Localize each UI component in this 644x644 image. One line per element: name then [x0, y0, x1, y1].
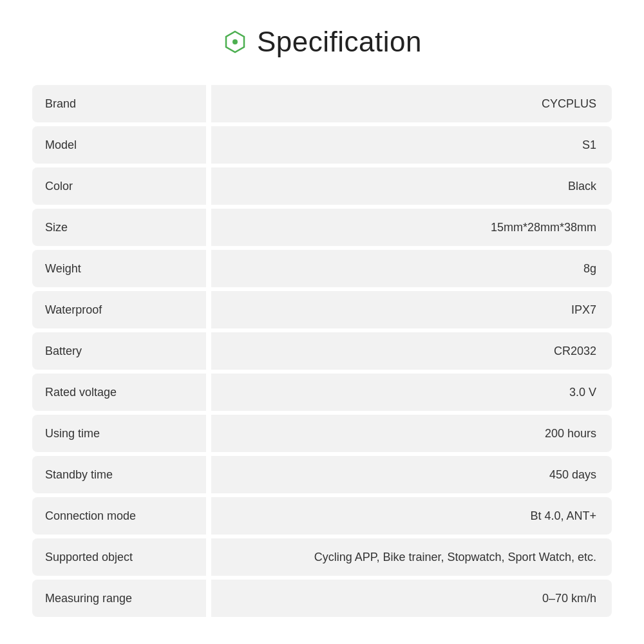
spec-divider: [206, 85, 211, 122]
spec-divider: [206, 167, 211, 205]
spec-divider: [206, 538, 211, 576]
spec-value: S1: [211, 126, 612, 164]
spec-label: Color: [32, 167, 206, 205]
spec-value: 0–70 km/h: [211, 580, 612, 617]
spec-table: BrandCYCPLUSModelS1ColorBlackSize15mm*28…: [32, 81, 612, 621]
table-row: BatteryCR2032: [32, 332, 612, 370]
spec-label: Model: [32, 126, 206, 164]
spec-label: Brand: [32, 85, 206, 122]
table-row: Standby time450 days: [32, 456, 612, 493]
page-title: Specification: [257, 26, 422, 58]
spec-label: Rated voltage: [32, 374, 206, 411]
spec-value: 15mm*28mm*38mm: [211, 209, 612, 246]
spec-value: CR2032: [211, 332, 612, 370]
spec-label: Connection mode: [32, 497, 206, 535]
table-row: Connection modeBt 4.0, ANT+: [32, 497, 612, 535]
table-row: Weight8g: [32, 250, 612, 287]
spec-label: Using time: [32, 415, 206, 452]
table-row: WaterproofIPX7: [32, 291, 612, 328]
table-row: ModelS1: [32, 126, 612, 164]
table-row: Using time200 hours: [32, 415, 612, 452]
spec-divider: [206, 291, 211, 328]
spec-label: Measuring range: [32, 580, 206, 617]
spec-value: 8g: [211, 250, 612, 287]
spec-divider: [206, 126, 211, 164]
spec-value: Cycling APP, Bike trainer, Stopwatch, Sp…: [211, 538, 612, 576]
spec-label: Battery: [32, 332, 206, 370]
spec-divider: [206, 374, 211, 411]
spec-icon: [222, 29, 248, 55]
spec-label: Waterproof: [32, 291, 206, 328]
table-row: ColorBlack: [32, 167, 612, 205]
spec-divider: [206, 456, 211, 493]
spec-value: Bt 4.0, ANT+: [211, 497, 612, 535]
spec-value: 200 hours: [211, 415, 612, 452]
spec-divider: [206, 250, 211, 287]
spec-value: CYCPLUS: [211, 85, 612, 122]
table-row: BrandCYCPLUS: [32, 85, 612, 122]
table-row: Rated voltage3.0 V: [32, 374, 612, 411]
svg-point-0: [232, 39, 238, 44]
spec-divider: [206, 497, 211, 535]
spec-value: Black: [211, 167, 612, 205]
spec-label: Weight: [32, 250, 206, 287]
spec-divider: [206, 580, 211, 617]
spec-divider: [206, 332, 211, 370]
spec-divider: [206, 415, 211, 452]
spec-value: IPX7: [211, 291, 612, 328]
page-header: Specification: [222, 26, 422, 58]
spec-divider: [206, 209, 211, 246]
spec-value: 3.0 V: [211, 374, 612, 411]
spec-label: Supported object: [32, 538, 206, 576]
spec-label: Standby time: [32, 456, 206, 493]
table-row: Size15mm*28mm*38mm: [32, 209, 612, 246]
table-row: Measuring range0–70 km/h: [32, 580, 612, 617]
table-row: Supported objectCycling APP, Bike traine…: [32, 538, 612, 576]
spec-label: Size: [32, 209, 206, 246]
spec-value: 450 days: [211, 456, 612, 493]
